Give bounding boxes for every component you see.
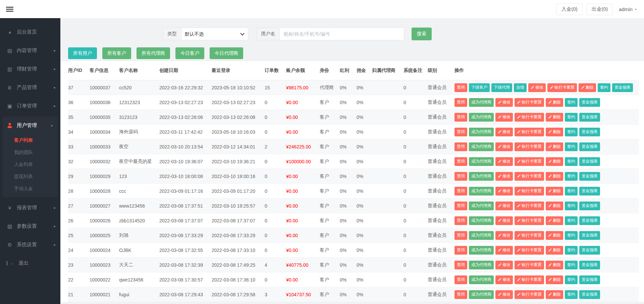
action-bank-reset-button[interactable]: 银行卡重置 <box>547 83 577 92</box>
sidebar-item-product[interactable]: Ƀ产品管理▸ <box>0 78 60 97</box>
action-bank-reset-button[interactable]: 银行卡重置 <box>515 202 544 210</box>
action-fund-report-button[interactable]: 资金报表 <box>579 142 600 151</box>
action-delete-button[interactable]: 删除 <box>579 83 596 92</box>
action-sign-button[interactable]: 签约 <box>565 113 578 122</box>
action-disable-button[interactable]: 禁用 <box>454 98 467 107</box>
action-edit-button[interactable]: 修改 <box>495 275 513 284</box>
admin-menu[interactable]: admin ▾ <box>617 6 639 12</box>
action-delete-button[interactable]: 删除 <box>546 202 563 210</box>
action-sign-button[interactable]: 签约 <box>565 275 578 284</box>
action-edit-button[interactable]: 修改 <box>495 202 513 210</box>
sidebar-subitem-manual-deposit[interactable]: 手动入金 <box>3 182 58 194</box>
filter-all-users-button[interactable]: 所有用户 <box>68 47 97 59</box>
filter-all-agents-button[interactable]: 所有代理商 <box>137 47 170 59</box>
action-sub-agents-button[interactable]: 下级代理 <box>491 83 512 92</box>
action-delete-button[interactable]: 删除 <box>546 290 563 299</box>
action-sign-button[interactable]: 签约 <box>565 187 578 196</box>
action-bank-reset-button[interactable]: 银行卡重置 <box>515 261 544 269</box>
action-edit-button[interactable]: 修改 <box>495 113 513 122</box>
sidebar-item-params[interactable]: ▧参数设置▸ <box>0 217 60 235</box>
action-bank-reset-button[interactable]: 银行卡重置 <box>515 172 544 181</box>
action-disable-button[interactable]: 禁用 <box>454 202 467 210</box>
action-bank-reset-button[interactable]: 银行卡重置 <box>515 231 544 240</box>
action-become-agent-button[interactable]: 成为代理商 <box>469 172 494 181</box>
action-bank-reset-button[interactable]: 银行卡重置 <box>515 128 544 136</box>
type-select[interactable]: 默认不选 <box>181 28 248 40</box>
action-sign-button[interactable]: 签约 <box>598 83 610 92</box>
action-sign-button[interactable]: 签约 <box>565 290 578 299</box>
action-fund-report-button[interactable]: 资金报表 <box>579 246 600 255</box>
sidebar-subitem-withdraw-list[interactable]: 提现列表 <box>3 170 58 182</box>
action-bank-reset-button[interactable]: 银行卡重置 <box>515 246 544 255</box>
action-edit-button[interactable]: 修改 <box>495 231 513 240</box>
action-become-agent-button[interactable]: 成为代理商 <box>469 113 494 122</box>
action-sign-button[interactable]: 签约 <box>565 128 578 136</box>
action-become-agent-button[interactable]: 成为代理商 <box>469 202 494 210</box>
action-sign-button[interactable]: 签约 <box>565 142 578 151</box>
action-fund-report-button[interactable]: 资金报表 <box>579 202 600 210</box>
action-delete-button[interactable]: 删除 <box>546 172 563 181</box>
action-delete-button[interactable]: 删除 <box>546 98 563 107</box>
action-edit-button[interactable]: 修改 <box>495 187 513 196</box>
action-disable-button[interactable]: 禁用 <box>454 275 467 284</box>
action-fund-report-button[interactable]: 资金报表 <box>579 172 600 181</box>
action-bank-reset-button[interactable]: 银行卡重置 <box>515 142 544 151</box>
action-disable-button[interactable]: 禁用 <box>454 142 467 151</box>
action-become-agent-button[interactable]: 成为代理商 <box>469 290 494 299</box>
action-edit-button[interactable]: 修改 <box>495 290 513 299</box>
action-edit-button[interactable]: 修改 <box>495 128 513 136</box>
action-become-agent-button[interactable]: 成为代理商 <box>469 246 494 255</box>
action-disable-button[interactable]: 禁用 <box>454 231 467 240</box>
action-disable-button[interactable]: 禁用 <box>454 157 467 166</box>
action-fund-report-button[interactable]: 资金报表 <box>579 290 600 299</box>
action-sign-button[interactable]: 签约 <box>565 157 578 166</box>
action-fund-report-button[interactable]: 资金报表 <box>579 157 600 166</box>
action-disable-button[interactable]: 禁用 <box>454 187 467 196</box>
sidebar-item-dashboard[interactable]: ◕后台首页 <box>0 23 60 41</box>
action-edit-button[interactable]: 修改 <box>495 142 513 151</box>
sidebar-item-content[interactable]: ▤内容管理▸ <box>0 41 60 60</box>
action-bank-reset-button[interactable]: 银行卡重置 <box>515 113 544 122</box>
action-bank-reset-button[interactable]: 银行卡重置 <box>515 290 544 299</box>
action-sign-button[interactable]: 签约 <box>565 98 578 107</box>
action-become-agent-button[interactable]: 成为代理商 <box>469 128 494 136</box>
action-disable-button[interactable]: 禁用 <box>454 216 467 225</box>
sidebar-item-finance[interactable]: ▥理财管理▸ <box>0 60 60 78</box>
sidebar-subitem-customer-list[interactable]: 客户列表 <box>3 134 58 146</box>
action-bank-reset-button[interactable]: 银行卡重置 <box>515 157 544 166</box>
action-edit-button[interactable]: 修改 <box>495 98 513 107</box>
action-become-agent-button[interactable]: 成为代理商 <box>469 261 494 269</box>
action-sign-button[interactable]: 签约 <box>565 216 578 225</box>
action-become-agent-button[interactable]: 成为代理商 <box>469 187 494 196</box>
menu-toggle-icon[interactable] <box>5 4 14 14</box>
action-delete-button[interactable]: 删除 <box>546 231 563 240</box>
sidebar-item-users[interactable]: 用户管理▸ <box>3 117 58 134</box>
action-bank-reset-button[interactable]: 银行卡重置 <box>515 275 544 284</box>
action-fund-report-button[interactable]: 资金报表 <box>579 275 600 284</box>
search-button[interactable]: 搜索 <box>412 28 432 40</box>
action-sign-button[interactable]: 签约 <box>565 202 578 210</box>
action-become-agent-button[interactable]: 成为代理商 <box>469 231 494 240</box>
action-become-agent-button[interactable]: 成为代理商 <box>469 142 494 151</box>
action-disable-button[interactable]: 禁用 <box>454 128 467 136</box>
action-edit-button[interactable]: 修改 <box>528 83 546 92</box>
action-delete-button[interactable]: 删除 <box>546 113 563 122</box>
action-become-agent-button[interactable]: 成为代理商 <box>469 216 494 225</box>
action-fund-report-button[interactable]: 资金报表 <box>579 187 600 196</box>
action-sign-button[interactable]: 签约 <box>565 231 578 240</box>
action-delete-button[interactable]: 删除 <box>546 275 563 284</box>
action-fund-report-button[interactable]: 资金报表 <box>579 128 600 136</box>
action-become-agent-button[interactable]: 成为代理商 <box>469 275 494 284</box>
action-delete-button[interactable]: 删除 <box>546 216 563 225</box>
action-become-agent-button[interactable]: 成为代理商 <box>469 98 494 107</box>
action-fund-report-button[interactable]: 资金报表 <box>612 83 633 92</box>
action-sign-button[interactable]: 签约 <box>565 172 578 181</box>
action-performance-button[interactable]: 业绩 <box>514 83 527 92</box>
deposit-button[interactable]: 入金(0) <box>556 3 582 15</box>
action-edit-button[interactable]: 修改 <box>495 172 513 181</box>
action-edit-button[interactable]: 修改 <box>495 216 513 225</box>
action-delete-button[interactable]: 删除 <box>546 157 563 166</box>
username-input[interactable] <box>279 28 404 40</box>
sidebar-subitem-deposit-list[interactable]: 入金列表 <box>3 158 58 170</box>
action-fund-report-button[interactable]: 资金报表 <box>579 231 600 240</box>
